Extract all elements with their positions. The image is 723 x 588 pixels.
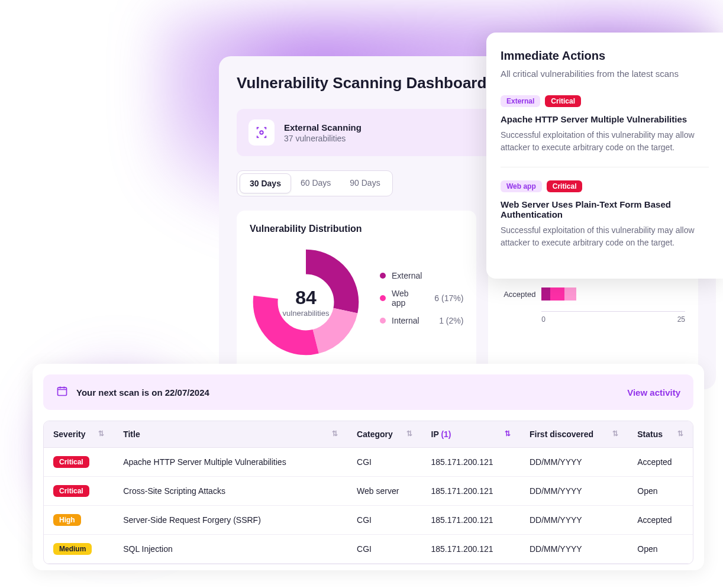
tag-critical: Critical: [545, 95, 581, 107]
donut-legend: External Web app 6 (17%) Internal 1 (2%): [380, 271, 463, 334]
sort-icon: ⇅: [406, 429, 412, 438]
next-scan-banner: Your next scan is on 22/07/2024 View act…: [43, 374, 693, 410]
legend-item-internal: Internal 1 (2%): [380, 316, 463, 325]
next-scan-text: Your next scan is on 22/07/2024: [76, 387, 627, 398]
cell-first-discovered: DD/MM/YYYY: [520, 448, 628, 477]
col-ip[interactable]: IP (1)⇅: [422, 421, 520, 448]
tag-critical: Critical: [547, 180, 583, 192]
bar-axis: 0 25: [541, 311, 685, 324]
calendar-icon: [56, 385, 68, 399]
col-severity[interactable]: Severity⇅: [44, 421, 114, 448]
cell-title: Apache HTTP Server Multiple Vulnerabilit…: [114, 448, 347, 477]
action-description: Successful exploitation of this vulnerab…: [501, 129, 709, 154]
legend-label: External: [392, 271, 422, 280]
scan-target-icon: [248, 119, 275, 146]
bar-segment: [550, 287, 564, 301]
scan-results-section: Your next scan is on 22/07/2024 View act…: [33, 364, 704, 570]
cell-category: CGI: [347, 535, 421, 564]
view-activity-link[interactable]: View activity: [627, 387, 680, 398]
cell-first-discovered: DD/MM/YYYY: [520, 506, 628, 535]
cell-first-discovered: DD/MM/YYYY: [520, 477, 628, 506]
sort-icon: ⇅: [612, 429, 618, 438]
action-title: Web Server Uses Plain-Text Form Based Au…: [501, 199, 709, 219]
donut-chart: 84 vulnerabilities: [250, 246, 362, 358]
donut-title: Vulnerability Distribution: [250, 224, 463, 234]
severity-badge: Critical: [53, 456, 89, 468]
table-row[interactable]: MediumSQL InjectionCGI185.171.200.121DD/…: [44, 535, 693, 564]
legend-dot-icon: [380, 273, 386, 279]
tag-external: External: [501, 95, 540, 107]
donut-chart-card: Vulnerability Distribution 84 vulnerabil…: [237, 211, 476, 371]
table-row[interactable]: HighServer-Side Request Forgery (SSRF)CG…: [44, 506, 693, 535]
cell-title: SQL Injection: [114, 535, 347, 564]
table-row[interactable]: CriticalCross-Site Scripting AttacksWeb …: [44, 477, 693, 506]
popup-title: Immediate Actions: [501, 49, 709, 63]
cell-ip: 185.171.200.121: [422, 448, 520, 477]
tag-webapp: Web app: [501, 180, 542, 192]
legend-label: Web app: [392, 289, 422, 308]
col-title[interactable]: Title⇅: [114, 421, 347, 448]
donut-center-value: 84: [283, 287, 330, 309]
cell-ip: 185.171.200.121: [422, 506, 520, 535]
svg-point-0: [260, 131, 263, 134]
bar-tick: 0: [541, 315, 613, 324]
range-tabs: 30 Days 60 Days 90 Days: [237, 170, 393, 196]
cell-first-discovered: DD/MM/YYYY: [520, 535, 628, 564]
ip-filter-count: (1): [441, 429, 451, 439]
cell-ip: 185.171.200.121: [422, 535, 520, 564]
cell-title: Server-Side Request Forgery (SSRF): [114, 506, 347, 535]
donut-center-label: vulnerabilities: [283, 309, 330, 318]
legend-value: 1 (2%): [428, 316, 463, 325]
cell-status: Open: [628, 477, 693, 506]
cell-ip: 185.171.200.121: [422, 477, 520, 506]
legend-value: 6 (17%): [428, 293, 463, 303]
range-tab-30[interactable]: 30 Days: [240, 173, 291, 193]
cell-category: CGI: [347, 506, 421, 535]
legend-item-webapp: Web app 6 (17%): [380, 289, 463, 308]
legend-item-external: External: [380, 271, 463, 280]
action-item[interactable]: Web appCriticalWeb Server Uses Plain-Tex…: [501, 180, 709, 262]
severity-badge: High: [53, 514, 81, 526]
immediate-actions-panel: Immediate Actions All critical vulnerabi…: [486, 33, 723, 279]
sort-icon: ⇅: [505, 429, 511, 438]
popup-subtitle: All critical vulnerabilities from the la…: [501, 69, 709, 79]
bar-segment: [541, 287, 550, 301]
sort-icon: ⇅: [677, 429, 683, 438]
cell-category: Web server: [347, 477, 421, 506]
bar-segment: [564, 287, 576, 301]
action-title: Apache HTTP Server Multiple Vulnerabilit…: [501, 114, 709, 124]
action-item[interactable]: ExternalCriticalApache HTTP Server Multi…: [501, 95, 709, 167]
col-category[interactable]: Category⇅: [347, 421, 421, 448]
sort-icon: ⇅: [98, 429, 104, 438]
legend-label: Internal: [392, 316, 422, 325]
cell-title: Cross-Site Scripting Attacks: [114, 477, 347, 506]
cell-category: CGI: [347, 448, 421, 477]
severity-badge: Medium: [53, 543, 92, 555]
legend-dot-icon: [380, 318, 386, 324]
svg-rect-5: [58, 387, 67, 395]
table-row[interactable]: CriticalApache HTTP Server Multiple Vuln…: [44, 448, 693, 477]
table-header-row: Severity⇅ Title⇅ Category⇅ IP (1)⇅ First…: [44, 421, 693, 448]
range-tab-60[interactable]: 60 Days: [291, 173, 340, 193]
col-status[interactable]: Status⇅: [628, 421, 693, 448]
cell-status: Accepted: [628, 448, 693, 477]
range-tab-90[interactable]: 90 Days: [340, 173, 389, 193]
cell-status: Accepted: [628, 506, 693, 535]
bar-tick: 25: [614, 315, 685, 324]
action-description: Successful exploitation of this vulnerab…: [501, 224, 709, 249]
bar-track: [541, 287, 685, 301]
bar-row: Accepted: [501, 287, 685, 301]
cell-status: Open: [628, 535, 693, 564]
sort-icon: ⇅: [332, 429, 338, 438]
legend-dot-icon: [380, 295, 386, 301]
bar-label: Accepted: [501, 290, 535, 299]
vulnerabilities-table: Severity⇅ Title⇅ Category⇅ IP (1)⇅ First…: [43, 421, 693, 564]
severity-badge: Critical: [53, 485, 89, 497]
col-first-discovered[interactable]: First discovered⇅: [520, 421, 628, 448]
